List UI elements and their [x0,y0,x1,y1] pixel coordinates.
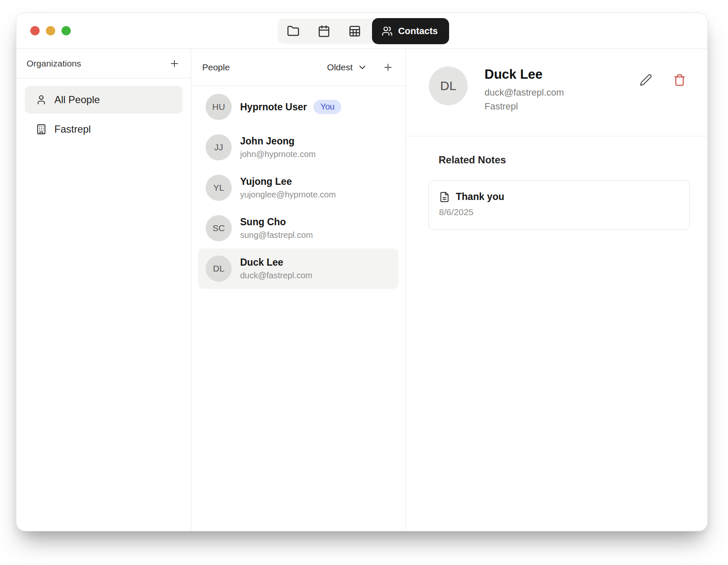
delete-contact-button[interactable] [670,71,689,89]
person-name: Yujong Lee [240,176,336,187]
related-notes-section: Related Notes Thank you 8/6/2025 [406,136,707,230]
contact-detail-header: DL Duck Lee duck@fastrepl.com Fastrepl [406,49,707,136]
contact-name: Duck Lee [484,67,564,82]
edit-contact-button[interactable] [637,71,655,89]
person-main: Hyprnote User You [240,100,341,114]
add-organization-button[interactable] [169,58,180,69]
contact-actions [637,71,689,89]
users-icon [382,26,393,37]
person-email: sung@fastrepl.com [240,230,313,240]
contact-identity: Duck Lee duck@fastrepl.com Fastrepl [484,67,564,136]
avatar: SC [206,215,232,241]
plus-icon [169,58,180,69]
people-list: HU Hyprnote User You JJ John Jeong john@… [191,86,405,296]
note-title: Thank you [456,191,504,203]
avatar: YL [206,175,232,201]
chevron-down-icon [357,62,367,72]
main-area: Organizations All People [16,49,707,531]
title-bar: Contacts [16,13,707,49]
person-email: duck@fastrepl.com [240,271,312,280]
sort-selected-value: Oldest [327,62,353,72]
note-card[interactable]: Thank you 8/6/2025 [428,180,690,230]
person-row-yujong-lee[interactable]: YL Yujong Lee yujonglee@hyprnote.com [198,168,399,208]
sort-dropdown[interactable]: Oldest [327,62,367,72]
related-notes-title: Related Notes [439,154,689,166]
sidebar-item-all-people[interactable]: All People [25,86,182,114]
person-name: Hyprnote User [240,101,307,113]
contact-detail-panel: DL Duck Lee duck@fastrepl.com Fastrepl [406,49,707,531]
tab-contacts-label: Contacts [398,26,438,37]
trash-icon [673,74,686,86]
sidebar-item-label: Fastrepl [54,123,91,135]
pencil-icon [640,74,652,86]
tab-calendar[interactable] [308,19,339,44]
app-window: Contacts Organizations All Peop [16,13,708,531]
contact-avatar: DL [429,67,468,105]
avatar: DL [206,256,232,282]
person-row-duck-lee[interactable]: DL Duck Lee duck@fastrepl.com [198,248,399,289]
table-icon [348,25,361,37]
people-title: People [202,62,230,72]
person-email: john@hyprnote.com [240,149,316,159]
user-icon [36,94,47,105]
view-switcher: Contacts [278,19,448,44]
zoom-window-button[interactable] [62,26,71,35]
close-window-button[interactable] [30,26,40,35]
note-date: 8/6/2025 [439,207,679,217]
traffic-lights [30,26,71,35]
person-name: Sung Cho [240,216,313,228]
sidebar-item-fastrepl[interactable]: Fastrepl [25,117,182,141]
organizations-sidebar: Organizations All People [16,49,191,531]
avatar: HU [206,94,232,120]
organizations-list: All People Fastrepl [16,78,191,149]
tab-table[interactable] [339,19,370,44]
add-person-button[interactable] [383,62,393,73]
person-row-sung-cho[interactable]: SC Sung Cho sung@fastrepl.com [198,208,399,248]
avatar: JJ [206,134,232,160]
person-row-john-jeong[interactable]: JJ John Jeong john@hyprnote.com [198,127,399,168]
file-text-icon [439,192,450,203]
person-row-hyprnote-user[interactable]: HU Hyprnote User You [198,87,399,127]
person-name: Duck Lee [240,257,312,268]
contact-email: duck@fastrepl.com [484,87,564,98]
tab-contacts-active[interactable]: Contacts [372,18,449,44]
people-header: People Oldest [191,49,405,86]
person-email: yujonglee@hyprnote.com [240,190,336,200]
note-title-row: Thank you [439,191,679,203]
calendar-icon [318,25,330,37]
sidebar-item-label: All People [54,94,100,106]
folder-icon [287,25,300,37]
tab-files[interactable] [278,19,308,44]
organizations-title: Organizations [27,59,81,69]
organizations-header: Organizations [16,49,191,78]
building-icon [36,124,47,135]
plus-icon [383,62,393,73]
contact-organization: Fastrepl [484,101,564,112]
minimize-window-button[interactable] [46,26,55,35]
you-badge: You [313,100,341,114]
person-name: John Jeong [240,136,316,147]
people-panel: People Oldest HU Hyprnote [191,49,406,531]
